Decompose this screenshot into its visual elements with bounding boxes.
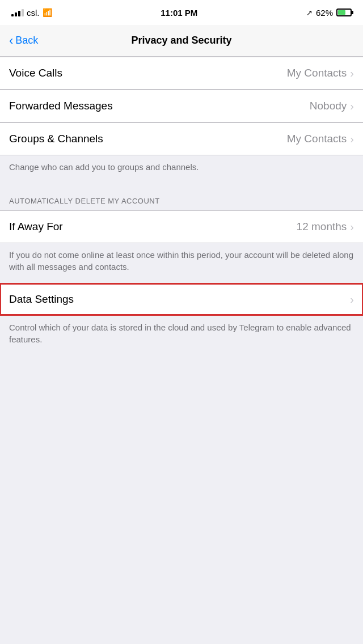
data-settings-footer-text: Control which of your data is stored in … bbox=[9, 323, 351, 344]
forwarded-messages-chevron-icon: › bbox=[350, 100, 354, 113]
forwarded-messages-value-row: Nobody › bbox=[310, 100, 354, 113]
groups-channels-section: Groups & Channels My Contacts › Change w… bbox=[0, 122, 363, 183]
wifi-icon: 📶 bbox=[43, 8, 52, 17]
voice-calls-value-row: My Contacts › bbox=[287, 67, 354, 80]
signal-bars-icon bbox=[11, 9, 24, 16]
status-bar: csl. 📶 11:01 PM ↗ 62% bbox=[0, 0, 363, 25]
auto-delete-header: AUTOMATICALLY DELETE MY ACCOUNT bbox=[0, 183, 363, 210]
nav-bar: ‹ Back Privacy and Security bbox=[0, 25, 363, 57]
voice-calls-item[interactable]: Voice Calls My Contacts › bbox=[0, 57, 363, 89]
auto-delete-footer: If you do not come online at least once … bbox=[0, 243, 363, 283]
status-bar-right: ↗ 62% bbox=[306, 8, 352, 18]
carrier-label: csl. bbox=[27, 8, 40, 18]
forwarded-messages-label: Forwarded Messages bbox=[9, 100, 113, 112]
groups-channels-footer-text: Change who can add you to groups and cha… bbox=[9, 162, 199, 172]
auto-delete-section: AUTOMATICALLY DELETE MY ACCOUNT If Away … bbox=[0, 183, 363, 283]
groups-channels-chevron-icon: › bbox=[350, 133, 354, 146]
data-settings-section: Data Settings › Control which of your da… bbox=[0, 283, 363, 355]
forwarded-messages-group: Forwarded Messages Nobody › bbox=[0, 90, 363, 122]
forwarded-messages-value: Nobody bbox=[310, 100, 347, 112]
if-away-for-value-row: 12 months › bbox=[297, 221, 354, 234]
location-icon: ↗ bbox=[306, 9, 313, 17]
voice-calls-value: My Contacts bbox=[287, 67, 347, 79]
data-settings-group: Data Settings › bbox=[0, 283, 363, 316]
if-away-for-chevron-icon: › bbox=[350, 221, 354, 234]
groups-channels-value: My Contacts bbox=[287, 133, 347, 145]
voice-calls-chevron-icon: › bbox=[350, 67, 354, 80]
auto-delete-group: If Away For 12 months › bbox=[0, 210, 363, 243]
battery-icon bbox=[336, 9, 352, 16]
groups-channels-value-row: My Contacts › bbox=[287, 133, 354, 146]
if-away-for-value: 12 months bbox=[297, 221, 347, 233]
data-settings-item[interactable]: Data Settings › bbox=[0, 283, 363, 315]
data-settings-chevron-icon: › bbox=[350, 293, 354, 306]
auto-delete-header-text: AUTOMATICALLY DELETE MY ACCOUNT bbox=[9, 197, 160, 205]
forwarded-messages-section: Forwarded Messages Nobody › bbox=[0, 90, 363, 122]
groups-channels-footer: Change who can add you to groups and cha… bbox=[0, 155, 363, 183]
status-bar-left: csl. 📶 bbox=[11, 8, 52, 18]
if-away-for-item[interactable]: If Away For 12 months › bbox=[0, 211, 363, 243]
data-settings-value-row: › bbox=[350, 293, 354, 306]
voice-calls-section: Voice Calls My Contacts › bbox=[0, 57, 363, 90]
voice-calls-group: Voice Calls My Contacts › bbox=[0, 57, 363, 90]
if-away-for-label: If Away For bbox=[9, 221, 63, 233]
groups-channels-item[interactable]: Groups & Channels My Contacts › bbox=[0, 123, 363, 155]
page-title: Privacy and Security bbox=[9, 35, 354, 46]
voice-calls-label: Voice Calls bbox=[9, 67, 62, 79]
data-settings-footer: Control which of your data is stored in … bbox=[0, 316, 363, 355]
data-settings-label: Data Settings bbox=[9, 293, 74, 306]
forwarded-messages-item[interactable]: Forwarded Messages Nobody › bbox=[0, 90, 363, 122]
battery-fill bbox=[338, 10, 345, 15]
status-bar-time: 11:01 PM bbox=[161, 8, 197, 18]
auto-delete-footer-text: If you do not come online at least once … bbox=[9, 250, 353, 272]
groups-channels-label: Groups & Channels bbox=[9, 133, 103, 145]
groups-channels-group: Groups & Channels My Contacts › bbox=[0, 122, 363, 155]
battery-percent: 62% bbox=[316, 8, 333, 18]
